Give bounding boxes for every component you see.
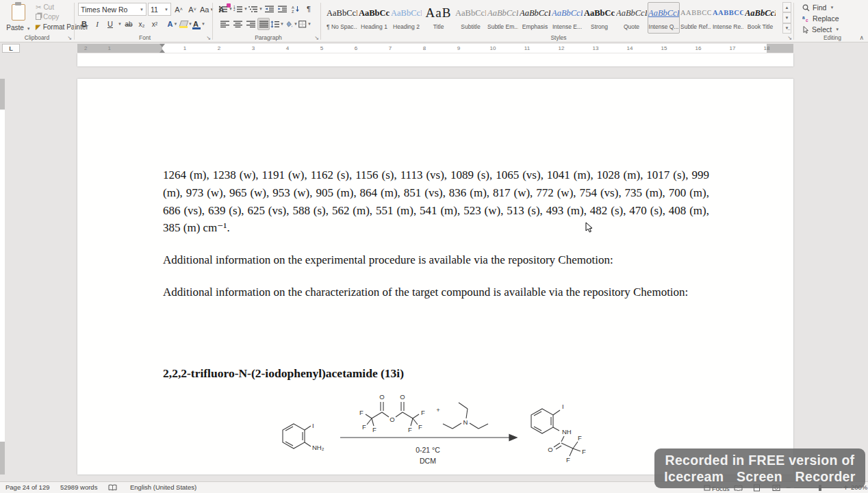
highlight-button[interactable]: ▼ (179, 18, 192, 30)
copy-button[interactable]: Copy (36, 13, 59, 21)
paste-button[interactable]: Paste ▼ (4, 3, 33, 34)
collapse-ribbon-button[interactable]: ∧ (859, 34, 864, 41)
shading-button[interactable]: ▼ (285, 18, 298, 30)
shrink-font-button[interactable]: A˅ (186, 3, 199, 16)
style-item[interactable]: AaB Title (422, 2, 455, 34)
align-center-button[interactable] (231, 18, 244, 30)
style-item[interactable]: AaBbCcD Book Title (744, 2, 776, 34)
hanging-indent-marker[interactable] (159, 49, 165, 53)
select-button[interactable]: Select▼ (802, 25, 839, 34)
font-group-label: Font (77, 34, 213, 41)
document-area[interactable]: 1264 (m), 1238 (w), 1191 (w), 1162 (s), … (0, 53, 868, 481)
fluorine-label: F (362, 423, 366, 431)
decrease-indent-button[interactable] (264, 3, 276, 15)
multilevel-list-button[interactable]: ▼ (248, 3, 263, 15)
page-indicator[interactable]: Page 24 of 129 (5, 482, 49, 493)
document-page[interactable]: 1264 (m), 1238 (w), 1191 (w), 1162 (s), … (77, 79, 793, 475)
scissors-icon: ✂ (36, 3, 41, 11)
font-name-combo[interactable]: Times New Ro▼ (78, 3, 146, 16)
style-item[interactable]: AaBbCcD Subtle Em... (487, 2, 519, 34)
mouse-cursor (585, 222, 593, 233)
bold-button[interactable]: B (78, 18, 90, 30)
styles-scroll-down-button[interactable]: ▼ (782, 12, 791, 23)
show-hide-paragraph-button[interactable]: ¶ (303, 3, 315, 15)
numbering-button[interactable]: 12▼ (233, 3, 248, 15)
style-item[interactable]: AABBCCD Subtle Ref... (680, 2, 712, 34)
reaction-arrow (340, 435, 517, 441)
language-indicator[interactable]: English (United States) (130, 482, 196, 493)
bullet-list-icon (218, 5, 228, 13)
underline-button[interactable]: U (104, 18, 116, 30)
style-item[interactable]: AaBbCcD Intense E... (551, 2, 583, 34)
style-item[interactable]: AaBbCcD Strong (583, 2, 615, 34)
tab-stop-selector[interactable]: L (2, 44, 20, 53)
ruler-numbers: 123456789101112131415161718 (168, 44, 784, 53)
cut-button[interactable]: ✂Cut (36, 3, 54, 11)
style-item[interactable]: AaBbCcD Subtitle (455, 2, 487, 34)
line-spacing-icon (270, 21, 279, 28)
font-dialog-launcher[interactable]: ↘ (206, 35, 211, 41)
horizontal-ruler[interactable]: 21 123456789101112131415161718 (77, 44, 793, 53)
reaction-temperature: 0-21 °C (416, 446, 440, 454)
find-button[interactable]: Find▼ (802, 3, 834, 12)
borders-button[interactable]: ▼ (298, 18, 311, 30)
editing-group-label: Editing (797, 34, 868, 41)
styles-more-button[interactable]: ▼̲ (782, 23, 791, 34)
font-color-button[interactable]: A▼ (193, 18, 205, 30)
word-count[interactable]: 52989 words (60, 482, 97, 493)
styles-scroll-up-button[interactable]: ▲ (782, 2, 791, 12)
underline-chevron-icon[interactable]: ▼ (118, 22, 122, 26)
text-effects-button[interactable]: A▼ (166, 18, 179, 30)
iodine-label: I (312, 422, 314, 429)
vertical-ruler[interactable] (0, 79, 5, 475)
amide-nh-label: NH (562, 428, 572, 435)
paste-label: Paste (6, 24, 24, 31)
style-item[interactable]: AaBbCcL Quote (615, 2, 648, 34)
line-spacing-button[interactable]: ▼ (270, 18, 284, 30)
reaction-solvent: DCM (420, 457, 436, 465)
style-item[interactable]: AaBbCcL Intense Q... (648, 2, 680, 34)
svg-text:c: c (806, 18, 808, 23)
bullets-button[interactable]: ▼ (218, 3, 233, 15)
first-line-indent-marker[interactable] (159, 44, 165, 47)
chevron-down-icon: ▼ (27, 27, 31, 31)
svg-text:a: a (802, 15, 805, 20)
increase-indent-button[interactable] (277, 3, 289, 15)
align-left-button[interactable] (218, 18, 231, 30)
justify-button[interactable] (257, 18, 270, 30)
watermark-line2: Icecream Screen Recorder (654, 468, 865, 485)
style-item[interactable]: AaBbCcD Emphasis (519, 2, 551, 34)
ir-spectrum-paragraph: 1264 (m), 1238 (w), 1191 (w), 1162 (s), … (163, 166, 709, 237)
select-arrow-icon (802, 26, 809, 34)
paint-bucket-icon (285, 21, 293, 28)
procedure-info-paragraph: Additional information on the experiment… (163, 251, 709, 269)
grow-font-button[interactable]: A˄ (173, 3, 185, 16)
superscript-button[interactable]: x² (149, 18, 161, 30)
align-right-button[interactable] (244, 18, 257, 30)
italic-button[interactable]: I (91, 18, 103, 30)
plus-sign: + (436, 406, 440, 414)
styles-gallery-scrollbar: ▲ ▼ ▼̲ (782, 2, 791, 34)
ruler-margin-numbers: 21 (84, 44, 111, 53)
style-item[interactable]: AABBCCD Intense Re... (712, 2, 744, 34)
clipboard-group: Paste ▼ ✂Cut Copy ◤Format Painter Clipbo… (0, 0, 74, 42)
strikethrough-button[interactable]: ab (123, 18, 135, 30)
style-item[interactable]: AaBbCcl Heading 1 (358, 2, 390, 34)
proofing-status-button[interactable] (108, 482, 117, 493)
sort-button[interactable]: AZ (290, 3, 302, 15)
style-item[interactable]: AaBbCcI ¶ No Spac... (326, 2, 358, 34)
svg-text:2: 2 (233, 8, 235, 12)
nitrogen-label: N (463, 418, 468, 426)
bridge-oxygen-label: O (390, 416, 394, 423)
reaction-scheme: I NH₂ O O O F F F F F F + (274, 388, 596, 474)
subscript-button[interactable]: x₂ (136, 18, 148, 30)
style-item[interactable]: AaBbCcE Heading 2 (390, 2, 422, 34)
replace-button[interactable]: ac Replace (802, 14, 839, 23)
carbonyl-oxygen-label: O (400, 393, 405, 401)
paragraph-dialog-launcher[interactable]: ↘ (314, 35, 319, 41)
copy-icon (36, 14, 41, 20)
amide-oxygen-label: O (548, 446, 552, 453)
clipboard-dialog-launcher[interactable]: ↘ (67, 35, 72, 41)
font-size-combo[interactable]: 11▼ (148, 3, 171, 16)
styles-dialog-launcher[interactable]: ↘ (787, 35, 792, 41)
